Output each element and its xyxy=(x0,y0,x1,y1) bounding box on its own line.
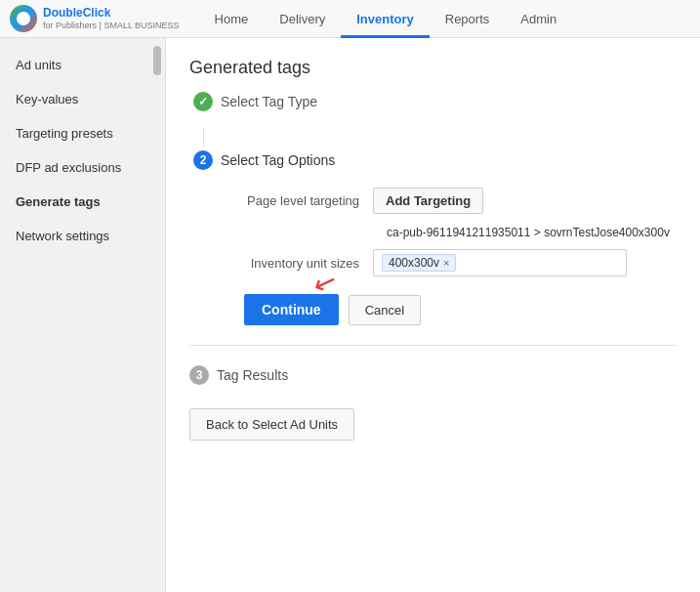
step3-row: 3 Tag Results xyxy=(189,365,677,385)
step3-label: Tag Results xyxy=(217,367,288,383)
step2-content: Page level targeting Add Targeting ca-pu… xyxy=(217,188,677,325)
inventory-sizes-row: Inventory unit sizes 400x300v × xyxy=(217,249,677,276)
cancel-button[interactable]: Cancel xyxy=(349,295,421,325)
main-content: Generated tags Select Tag Type 2 Select … xyxy=(166,38,700,592)
scroll-indicator xyxy=(153,46,161,75)
page-title: Generated tags xyxy=(189,58,677,78)
step1-row: Select Tag Type xyxy=(189,92,677,111)
sidebar-item-key-values[interactable]: Key-values xyxy=(0,82,165,116)
pub-id-text: ca-pub-9611941211935011 > sovrnTestJose4… xyxy=(387,226,670,239)
size-tag-remove[interactable]: × xyxy=(443,257,449,269)
logo: DoubleClick for Publishers | SMALL BUSIN… xyxy=(10,5,180,32)
sidebar: Ad units Key-values Targeting presets DF… xyxy=(0,38,166,592)
nav-delivery[interactable]: Delivery xyxy=(264,0,341,38)
step3-number: 3 xyxy=(189,365,209,385)
logo-text: DoubleClick for Publishers | SMALL BUSIN… xyxy=(43,6,180,30)
sidebar-item-ad-units[interactable]: Ad units xyxy=(0,48,165,82)
sidebar-item-dfp-ad-exclusions[interactable]: DFP ad exclusions xyxy=(0,150,165,185)
buttons-row: ↙ Continue Cancel xyxy=(244,294,677,325)
divider xyxy=(189,345,677,346)
inventory-sizes-label: Inventory unit sizes xyxy=(217,256,373,271)
add-targeting-button[interactable]: Add Targeting xyxy=(373,188,483,214)
back-to-select-ad-units-button[interactable]: Back to Select Ad Units xyxy=(189,408,354,441)
sidebar-item-generate-tags[interactable]: Generate tags xyxy=(0,185,165,219)
logo-icon xyxy=(10,5,37,32)
size-tag-400x300v: 400x300v × xyxy=(382,254,456,272)
nav-home[interactable]: Home xyxy=(199,0,265,38)
size-tag-value: 400x300v xyxy=(389,256,439,270)
step1-label: Select Tag Type xyxy=(221,94,317,109)
nav-reports[interactable]: Reports xyxy=(430,0,506,38)
sidebar-item-network-settings[interactable]: Network settings xyxy=(0,219,165,253)
nav-links: Home Delivery Inventory Reports Admin xyxy=(199,0,573,37)
step-connector-1 xyxy=(203,129,204,147)
step2-row: 2 Select Tag Options xyxy=(189,150,677,170)
page-level-label: Page level targeting xyxy=(217,193,373,208)
nav-inventory[interactable]: Inventory xyxy=(341,0,430,38)
step2-label: Select Tag Options xyxy=(221,152,335,168)
layout: Ad units Key-values Targeting presets DF… xyxy=(0,38,700,592)
pub-id-row: ca-pub-9611941211935011 > sovrnTestJose4… xyxy=(387,226,677,239)
step2-number: 2 xyxy=(193,150,213,170)
nav-admin[interactable]: Admin xyxy=(505,0,572,38)
page-level-targeting-row: Page level targeting Add Targeting xyxy=(217,188,677,214)
inventory-sizes-input[interactable]: 400x300v × xyxy=(373,249,627,276)
step1-check-icon xyxy=(193,92,213,111)
sidebar-item-targeting-presets[interactable]: Targeting presets xyxy=(0,116,165,150)
top-nav: DoubleClick for Publishers | SMALL BUSIN… xyxy=(0,0,700,38)
